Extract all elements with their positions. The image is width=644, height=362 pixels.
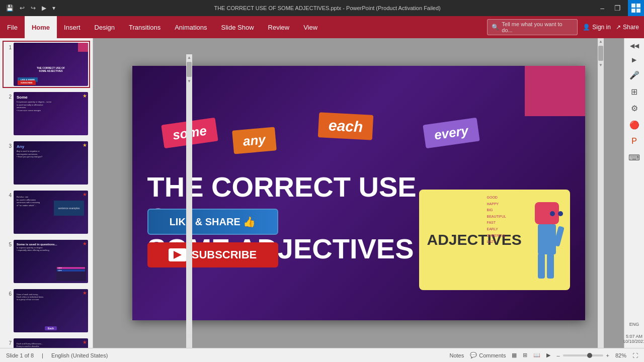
- right-sidebar: ◀◀ ▶ 🎤 ⊞ ⚙ 🔴 P ⌨ ENG 5:07 AM10/10/2021: [624, 38, 644, 348]
- tab-view[interactable]: View: [296, 16, 325, 38]
- grid-icon[interactable]: ⊞: [631, 87, 637, 97]
- youtube-icon: [169, 248, 187, 261]
- zoom-out-btn[interactable]: –: [556, 352, 559, 358]
- slide-thumb-3[interactable]: 3 ★ Any Any is used in negative orinterr…: [3, 139, 90, 187]
- comments-button[interactable]: 💬 Comments: [470, 352, 506, 358]
- person-icon: 👤: [583, 24, 590, 31]
- play-triangle: [174, 251, 182, 259]
- tab-insert[interactable]: Insert: [57, 16, 88, 38]
- slide-thumb-1[interactable]: 1 THE CORRECT USE OFSOME ADJECTIVES LIKE…: [3, 41, 90, 88]
- slide-preview-4: ★ But also: canbe used in affirmativesen…: [14, 191, 88, 234]
- notes-button[interactable]: Notes: [449, 352, 464, 358]
- share-button[interactable]: ↗ Share: [616, 24, 639, 31]
- pink-accent: [525, 66, 585, 116]
- star-icon-3: ★: [83, 142, 87, 148]
- tab-transitions[interactable]: Transitions: [122, 16, 168, 38]
- zoom-level[interactable]: 82%: [615, 352, 626, 358]
- title-bar-controls: – ❐ ✕: [597, 3, 640, 13]
- restore-button[interactable]: ❐: [611, 3, 624, 13]
- keyboard-icon[interactable]: ⌨: [628, 153, 640, 162]
- mic-icon[interactable]: 🎤: [629, 70, 639, 80]
- star-icon-5: ★: [83, 241, 87, 246]
- redo-quick-btn[interactable]: ↪: [29, 4, 38, 13]
- scroll-down-btn[interactable]: ▼: [186, 78, 192, 84]
- slide-num-6: 6: [5, 289, 12, 297]
- title-bar-left: 💾 ↩ ↪ ▶ ▾: [4, 4, 57, 13]
- slide-thumb-7[interactable]: 7 ★ Each and Every differences...Every i…: [3, 336, 90, 348]
- window-title: THE CORRECT USE OF SOME ADJECTIVES.pptx …: [57, 5, 597, 11]
- powerpoint-icon[interactable]: P: [631, 137, 637, 146]
- scroll-thumb[interactable]: [187, 62, 192, 77]
- char-eye-right: [558, 211, 563, 216]
- tab-review[interactable]: Review: [261, 16, 297, 38]
- slide-thumb-5[interactable]: 5 ★ Some is used in questions... to expr…: [3, 238, 90, 285]
- share-icon: ↗: [616, 24, 621, 31]
- slide-num-3: 3: [5, 141, 12, 149]
- char-body: [538, 224, 556, 254]
- slide-preview-7: ★ Each and Every differences...Every is …: [14, 338, 88, 348]
- view-presenter-btn[interactable]: ▶: [546, 352, 550, 358]
- char-head: [535, 202, 559, 224]
- v-scroll-up[interactable]: ▲: [598, 38, 604, 45]
- save-quick-btn[interactable]: 💾: [4, 4, 16, 13]
- ribbon: File Home Insert Design Transitions Anim…: [0, 16, 644, 38]
- slide-preview-1: THE CORRECT USE OFSOME ADJECTIVES LIKE &…: [14, 43, 88, 86]
- word-any-label: any: [232, 127, 277, 154]
- windows-icon: [628, 0, 644, 16]
- char-leg-right: [547, 253, 554, 279]
- slide-thumb-2[interactable]: 2 ★ Some It expresses quantity or degree…: [3, 90, 90, 137]
- tab-animations[interactable]: Animations: [168, 16, 214, 38]
- undo-quick-btn[interactable]: ↩: [18, 4, 27, 13]
- collapse-panel-icon[interactable]: ◀◀: [630, 42, 639, 49]
- slide-preview-6: ★ Uses of each and every...Each refers t…: [14, 289, 88, 332]
- view-sorter-btn[interactable]: ⊞: [523, 352, 527, 358]
- slide-thumb-6[interactable]: 6 ★ Uses of each and every...Each refers…: [3, 287, 90, 334]
- star-icon-7: ★: [83, 339, 87, 345]
- slide-area: ▲ ▼ some any each every THE CORRECT USE …: [93, 38, 624, 348]
- tab-home[interactable]: Home: [25, 16, 57, 38]
- slide-num-2: 2: [5, 92, 12, 100]
- tab-slideshow[interactable]: Slide Show: [214, 16, 261, 38]
- expand-panel-icon[interactable]: ▶: [632, 56, 636, 63]
- slide-canvas: some any each every THE CORRECT USE OF S…: [132, 66, 585, 320]
- slide-thumb-4[interactable]: 4 ★ But also: canbe used in affirmatives…: [3, 189, 90, 236]
- tab-design[interactable]: Design: [88, 16, 122, 38]
- search-box[interactable]: 🔍 Tell me what you want to do...: [487, 19, 578, 35]
- zoom-thumb[interactable]: [587, 353, 592, 358]
- zoom-control[interactable]: – +: [556, 352, 609, 358]
- chrome-icon[interactable]: 🔴: [629, 120, 639, 130]
- customize-quick-btn[interactable]: ▾: [50, 4, 57, 13]
- right-scrollbar[interactable]: ▲ ▼: [598, 38, 604, 348]
- view-normal-btn[interactable]: ▦: [512, 352, 517, 358]
- slide-preview-5: ★ Some is used in questions... to expres…: [14, 240, 88, 283]
- svg-rect-0: [631, 4, 635, 8]
- lang-indicator: ENG: [629, 322, 639, 327]
- sign-in-button[interactable]: 👤 Sign in: [583, 24, 611, 31]
- search-placeholder: Tell me what you want to do...: [502, 21, 573, 33]
- zoom-in-btn[interactable]: +: [606, 352, 609, 358]
- svg-rect-3: [636, 9, 640, 13]
- svg-rect-2: [631, 9, 635, 13]
- status-bar: Slide 1 of 8 | English (United States) N…: [0, 348, 644, 362]
- settings-icon[interactable]: ⚙: [631, 104, 638, 113]
- char-leg-left: [538, 253, 545, 279]
- like-share-button[interactable]: LIKE & SHARE 👍: [147, 209, 278, 235]
- tab-file[interactable]: File: [0, 16, 25, 38]
- slide-num-7: 7: [5, 338, 12, 346]
- v-scroll-thumb[interactable]: [598, 46, 603, 61]
- char-eye-left: [550, 211, 555, 216]
- slide-num-1: 1: [5, 43, 12, 50]
- subscribe-button[interactable]: SUBSCRIBE: [147, 242, 278, 267]
- present-quick-btn[interactable]: ▶: [40, 4, 48, 13]
- zoom-track[interactable]: [563, 354, 603, 356]
- fit-window-icon[interactable]: ⛶: [632, 352, 638, 358]
- v-scroll-down[interactable]: ▼: [598, 62, 604, 68]
- star-icon-2: ★: [83, 93, 87, 99]
- slide-preview-2: ★ Some It expresses quantity or degree..…: [14, 92, 88, 135]
- minimize-button[interactable]: –: [597, 3, 607, 13]
- star-icon-4: ★: [83, 192, 87, 197]
- word-every-label: every: [423, 118, 479, 149]
- scroll-up-btn[interactable]: ▲: [186, 54, 192, 61]
- view-reading-btn[interactable]: 📖: [533, 352, 540, 358]
- left-scrollbar[interactable]: ▲ ▼: [186, 54, 192, 348]
